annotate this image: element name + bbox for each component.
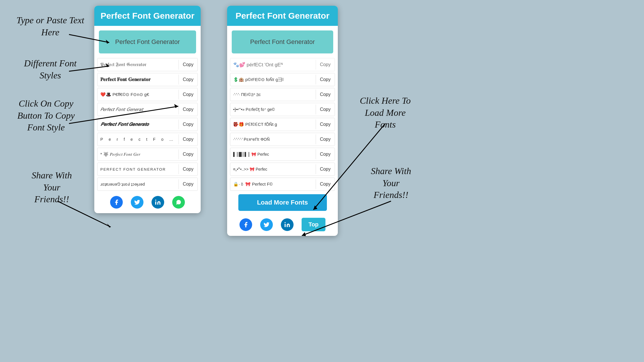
font-row-r7: ¤„•°̈•..>> 🎀 Perfec Copy [230, 163, 335, 176]
font-row-r6: ▌║█║▌║ 🎀 Perfec Copy [230, 148, 335, 161]
copy-btn-r1[interactable]: Copy [316, 75, 335, 84]
font-row-r8: 🔒·🕯 🎀 Perfect F© Copy [230, 178, 335, 191]
copy-btn-r4[interactable]: Copy [316, 120, 335, 129]
social-bar-left [94, 192, 201, 213]
font-text-r8: 🔒·🕯 🎀 Perfect F© [230, 179, 316, 189]
panel-right: Perfect Font Generator Perfect Font Gene… [227, 6, 338, 236]
whatsapp-icon-left[interactable] [172, 196, 185, 209]
annotation-copy-button: Click On CopyButton To CopyFont Style [6, 98, 86, 134]
copy-btn-3[interactable]: Copy [179, 90, 198, 99]
panel-left-header: Perfect Font Generator [94, 6, 201, 26]
text-input-display-right[interactable]: Perfect Font Generator [232, 30, 333, 53]
font-text-r0: 🐾💕 pérfECt 'Ont gEᴺ [230, 59, 316, 70]
font-text-r7: ¤„•°̈•..>> 🎀 Perfec [230, 165, 316, 174]
copy-btn-r6[interactable]: Copy [316, 149, 335, 159]
annotation-share-left: Share WithYourFriends!! [17, 170, 86, 205]
font-text-3: ❤️🎩 P€ff€©⊙ F⊙n⊙ g€ [97, 90, 179, 99]
annotation-load-more: Click Here ToLoad MoreFonts [345, 95, 425, 131]
font-row-r4: 👺🎁 PƐf©ƐCT fÕÑt g Copy [230, 118, 335, 131]
font-text-6: P e r f e c t F o n t [97, 135, 179, 144]
linkedin-icon-right[interactable] [281, 218, 294, 231]
font-row-r3: •]••°'•» Pɛrfe©ṯ fo⁺ ge© Copy [230, 103, 335, 116]
copy-btn-4[interactable]: Copy [179, 105, 198, 114]
annotation-share-right: Share WithYourFriends!! [354, 165, 428, 201]
font-row-6: P e r f e c t F o n t Copy [97, 133, 198, 146]
font-text-4: 𝘗𝘦𝘳𝘧𝘦𝘤𝘵 𝘍𝘰𝘯𝘵 𝘎𝘦𝘯𝘦𝘳𝘢𝘵 [97, 104, 179, 115]
twitter-icon-left[interactable] [131, 196, 143, 209]
font-row-2: 𝐏𝐞𝐫𝐟𝐞𝐜𝐭 𝐅𝐨𝐧𝐭 𝐆𝐞𝐧𝐞𝐫𝐚𝐭𝐨𝐫 Copy [97, 73, 198, 86]
font-text-r5: ·'·'·'·'·' PɛяᵉeΠτ ΦOÑ [230, 135, 316, 144]
font-row-1: 𝔓𝔢𝔯𝔣𝔢𝔠𝔱 𝔉𝔬𝔫𝔱 𝔊𝔢𝔫𝔢𝔯𝔞𝔱𝔬𝔯 Copy [97, 58, 198, 71]
copy-btn-7[interactable]: Copy [179, 149, 198, 159]
input-text: Perfect Font Generator [115, 38, 180, 46]
text-input-display[interactable]: Perfect Font Generator [99, 30, 196, 53]
copy-btn-8[interactable]: Copy [179, 164, 198, 174]
copy-btn-r0[interactable]: Copy [316, 60, 335, 70]
font-row-r1: 💲🏨 p©rFE©⊙ foÑτ ƍ彐l Copy [230, 73, 335, 86]
svg-point-1 [285, 222, 286, 223]
copy-btn-9[interactable]: Copy [179, 179, 198, 189]
top-button[interactable]: Top [302, 218, 325, 231]
font-row-3: ❤️🎩 P€ff€©⊙ F⊙n⊙ g€ Copy [97, 88, 198, 101]
svg-point-0 [155, 200, 156, 201]
font-text-9: ɹoʇɐɹǝuǝ⅁ ʇuoℲ ʇɔǝɟɹǝd [97, 180, 179, 189]
font-row-5: 𝙋𝙚𝙧𝙛𝙚𝙘𝙩 𝙁𝙤𝙣𝙩 𝙂𝙚𝙣𝙚𝙧𝙖𝙩𝙤 Copy [97, 118, 198, 131]
font-text-r4: 👺🎁 PƐf©ƐCT fÕÑt g [230, 120, 316, 129]
copy-btn-r8[interactable]: Copy [316, 179, 335, 189]
font-row-8: PERFECT FONT GENERATOR Copy [97, 163, 198, 176]
font-row-4: 𝘗𝘦𝘳𝘧𝘦𝘤𝘵 𝘍𝘰𝘯𝘵 𝘎𝘦𝘯𝘦𝘳𝘢𝘵 Copy [97, 103, 198, 116]
font-text-r6: ▌║█║▌║ 🎀 Perfec [230, 150, 316, 159]
copy-btn-r7[interactable]: Copy [316, 164, 335, 174]
copy-btn-r2[interactable]: Copy [316, 90, 335, 99]
copy-btn-6[interactable]: Copy [179, 134, 198, 144]
font-text-r1: 💲🏨 p©rFE©⊙ foÑτ ƍ彐l [230, 75, 316, 85]
font-row-r2: ·'·'·'· ΠEr©𝔉ᵃ 𝔉c Copy [230, 88, 335, 101]
panel-left: Perfect Font Generator Perfect Font Gene… [94, 6, 201, 213]
copy-btn-5[interactable]: Copy [179, 120, 198, 129]
social-bar-right: Top [227, 214, 338, 236]
font-row-7: * 🐺 𝑃𝑒𝑟𝑓𝑒𝑐𝑡 𝐹𝑜𝑛𝑡 𝐺𝑒𝑟 Copy [97, 148, 198, 161]
font-text-1: 𝔓𝔢𝔯𝔣𝔢𝔠𝔱 𝔉𝔬𝔫𝔱 𝔊𝔢𝔫𝔢𝔯𝔞𝔱𝔬𝔯 [97, 59, 179, 70]
input-text-right: Perfect Font Generator [250, 38, 315, 46]
annotation-type-paste: Type or Paste TextHere [12, 14, 89, 38]
facebook-icon-left[interactable] [110, 196, 123, 209]
facebook-icon-right[interactable] [239, 218, 252, 231]
load-more-button[interactable]: Load More Fonts [238, 194, 327, 211]
panel-right-header: Perfect Font Generator [227, 6, 338, 26]
copy-btn-1[interactable]: Copy [179, 60, 198, 70]
font-text-2: 𝐏𝐞𝐫𝐟𝐞𝐜𝐭 𝐅𝐨𝐧𝐭 𝐆𝐞𝐧𝐞𝐫𝐚𝐭𝐨𝐫 [97, 74, 179, 85]
linkedin-icon-left[interactable] [152, 196, 164, 209]
svg-marker-9 [107, 224, 111, 228]
font-row-r5: ·'·'·'·'·' PɛяᵉeΠτ ΦOÑ Copy [230, 133, 335, 146]
twitter-icon-right[interactable] [260, 218, 273, 231]
font-text-5: 𝙋𝙚𝙧𝙛𝙚𝙘𝙩 𝙁𝙤𝙣𝙩 𝙂𝙚𝙣𝙚𝙧𝙖𝙩𝙤 [97, 119, 179, 130]
copy-btn-r3[interactable]: Copy [316, 105, 335, 114]
font-text-8: PERFECT FONT GENERATOR [97, 165, 179, 174]
font-text-7: * 🐺 𝑃𝑒𝑟𝑓𝑒𝑐𝑡 𝐹𝑜𝑛𝑡 𝐺𝑒𝑟 [97, 149, 179, 159]
copy-btn-r5[interactable]: Copy [316, 134, 335, 144]
font-text-r3: •]••°'•» Pɛrfe©ṯ fo⁺ ge© [230, 105, 316, 114]
font-row-r0: 🐾💕 pérfECt 'Ont gEᴺ Copy [230, 58, 335, 71]
font-row-9: ɹoʇɐɹǝuǝ⅁ ʇuoℲ ʇɔǝɟɹǝd Copy [97, 178, 198, 191]
copy-btn-2[interactable]: Copy [179, 75, 198, 84]
font-text-r2: ·'·'·'· ΠEr©𝔉ᵃ 𝔉c [230, 90, 316, 99]
annotation-font-styles: Different FontStyles [12, 57, 89, 81]
